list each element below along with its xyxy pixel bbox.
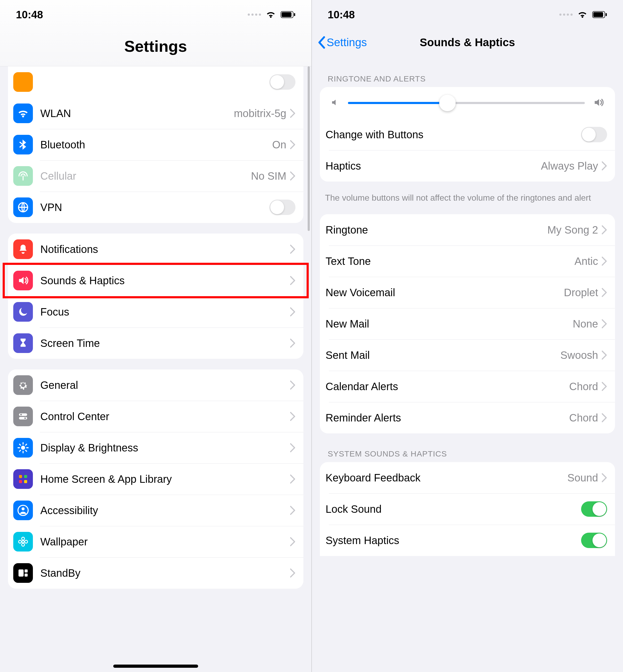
chevron-right-icon bbox=[602, 288, 607, 297]
row-notifications[interactable]: Notifications bbox=[8, 233, 303, 265]
chevron-left-icon bbox=[317, 36, 326, 49]
scrollbar[interactable] bbox=[308, 66, 310, 231]
row-label: General bbox=[40, 379, 290, 391]
haptics-row[interactable]: Haptics Always Play bbox=[320, 150, 615, 181]
airplane-icon bbox=[13, 72, 33, 92]
row-focus[interactable]: Focus bbox=[8, 296, 303, 328]
tone-label: New Voicemail bbox=[326, 287, 564, 299]
page-title: Settings bbox=[0, 29, 312, 66]
tone-value: Chord bbox=[569, 412, 598, 424]
row-vpn[interactable]: VPN bbox=[8, 192, 303, 223]
chevron-right-icon bbox=[290, 109, 295, 118]
chevron-right-icon bbox=[290, 171, 295, 180]
row-display[interactable]: Display & Brightness bbox=[8, 432, 303, 464]
system-row[interactable]: System Haptics bbox=[320, 525, 615, 556]
chevron-right-icon bbox=[290, 339, 295, 348]
row-label: Sounds & Haptics bbox=[40, 275, 290, 287]
row-cellular[interactable]: CellularNo SIM bbox=[8, 160, 303, 192]
clock-widget-icon bbox=[13, 563, 33, 583]
toggle[interactable] bbox=[581, 533, 607, 548]
volume-slider-row bbox=[320, 87, 615, 119]
sun-icon bbox=[13, 438, 33, 457]
ringtone-group: Change with Buttons Haptics Always Play bbox=[320, 87, 615, 181]
change-with-buttons-label: Change with Buttons bbox=[326, 129, 581, 141]
settings-screen: 10:48 Settings WLANmobitrix-5gBluetoothO… bbox=[0, 0, 312, 672]
tone-label: New Mail bbox=[326, 318, 573, 330]
status-time: 10:48 bbox=[16, 9, 43, 21]
row-controlcenter[interactable]: Control Center bbox=[8, 401, 303, 432]
tone-row[interactable]: New VoicemailDroplet bbox=[320, 277, 615, 308]
tones-group: RingtoneMy Song 2Text ToneAnticNew Voice… bbox=[320, 214, 615, 433]
row-bluetooth[interactable]: BluetoothOn bbox=[8, 129, 303, 160]
system-header: SYSTEM SOUNDS & HAPTICS bbox=[328, 449, 607, 458]
moon-icon bbox=[13, 302, 33, 322]
status-bar: 10:48 bbox=[312, 0, 623, 29]
tone-row[interactable]: Text ToneAntic bbox=[320, 246, 615, 277]
chevron-right-icon bbox=[602, 413, 607, 422]
hourglass-icon bbox=[13, 333, 33, 353]
battery-icon bbox=[592, 11, 607, 18]
row-wlan[interactable]: WLANmobitrix-5g bbox=[8, 98, 303, 129]
change-with-buttons-toggle[interactable] bbox=[581, 127, 607, 142]
tone-row[interactable]: Sent MailSwoosh bbox=[320, 339, 615, 371]
row-label: Screen Time bbox=[40, 337, 290, 349]
chevron-right-icon bbox=[290, 443, 295, 452]
chevron-right-icon bbox=[602, 225, 607, 234]
row-wallpaper[interactable]: Wallpaper bbox=[8, 526, 303, 557]
tone-row[interactable]: RingtoneMy Song 2 bbox=[320, 214, 615, 246]
toggle[interactable] bbox=[269, 200, 295, 215]
tone-row[interactable]: New MailNone bbox=[320, 308, 615, 339]
airplane-row-partial[interactable] bbox=[8, 66, 303, 98]
tone-value: None bbox=[573, 318, 598, 330]
chevron-right-icon bbox=[602, 473, 607, 482]
sounds-scroll[interactable]: RINGTONE AND ALERTS Change with Buttons … bbox=[312, 56, 623, 672]
chevron-right-icon bbox=[602, 319, 607, 328]
row-screentime[interactable]: Screen Time bbox=[8, 328, 303, 359]
row-sounds[interactable]: Sounds & Haptics bbox=[8, 265, 303, 296]
tone-value: My Song 2 bbox=[547, 224, 598, 236]
cellular-dots-icon bbox=[248, 13, 261, 16]
tone-value: Antic bbox=[574, 255, 598, 267]
change-with-buttons-row[interactable]: Change with Buttons bbox=[320, 119, 615, 150]
chevron-right-icon bbox=[290, 568, 295, 578]
system-label: System Haptics bbox=[326, 534, 581, 547]
settings-scroll[interactable]: WLANmobitrix-5gBluetoothOnCellularNo SIM… bbox=[0, 66, 312, 672]
tone-label: Calendar Alerts bbox=[326, 381, 569, 393]
row-accessibility[interactable]: Accessibility bbox=[8, 495, 303, 526]
home-indicator[interactable] bbox=[113, 665, 198, 668]
system-row[interactable]: Keyboard FeedbackSound bbox=[320, 462, 615, 494]
row-standby[interactable]: StandBy bbox=[8, 557, 303, 589]
tone-value: Chord bbox=[569, 381, 598, 393]
row-value: mobitrix-5g bbox=[234, 108, 287, 119]
speaker-high-icon bbox=[593, 96, 604, 109]
back-button[interactable]: Settings bbox=[317, 29, 367, 56]
connectivity-group: WLANmobitrix-5gBluetoothOnCellularNo SIM… bbox=[8, 66, 303, 223]
chevron-right-icon bbox=[290, 307, 295, 316]
row-homescreen[interactable]: Home Screen & App Library bbox=[8, 464, 303, 495]
flower-icon bbox=[13, 532, 33, 552]
toggle[interactable] bbox=[581, 501, 607, 517]
status-time: 10:48 bbox=[328, 9, 355, 21]
general-group: GeneralControl CenterDisplay & Brightnes… bbox=[8, 369, 303, 589]
system-value: Sound bbox=[567, 472, 598, 484]
volume-slider[interactable] bbox=[348, 102, 585, 104]
airplane-toggle[interactable] bbox=[269, 74, 295, 90]
row-label: VPN bbox=[40, 201, 269, 214]
chevron-right-icon bbox=[290, 412, 295, 421]
row-label: Cellular bbox=[40, 170, 251, 182]
tone-label: Sent Mail bbox=[326, 349, 560, 361]
row-label: Bluetooth bbox=[40, 139, 272, 151]
wifi-icon bbox=[13, 104, 33, 123]
system-row[interactable]: Lock Sound bbox=[320, 494, 615, 525]
row-general[interactable]: General bbox=[8, 369, 303, 401]
antenna-icon bbox=[13, 166, 33, 186]
chevron-right-icon bbox=[602, 382, 607, 391]
row-label: Notifications bbox=[40, 243, 290, 255]
grid-icon bbox=[13, 469, 33, 489]
slider-thumb[interactable] bbox=[439, 95, 456, 111]
tone-row[interactable]: Calendar AlertsChord bbox=[320, 371, 615, 402]
switches-icon bbox=[13, 407, 33, 426]
chevron-right-icon bbox=[290, 537, 295, 546]
tone-row[interactable]: Reminder AlertsChord bbox=[320, 402, 615, 433]
speaker-low-icon bbox=[330, 98, 340, 108]
